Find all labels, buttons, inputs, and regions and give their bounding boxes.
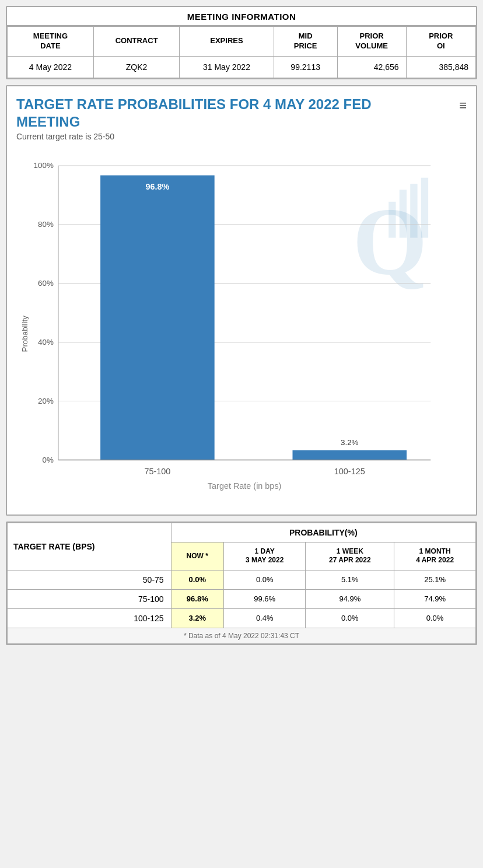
x-label-75-100: 75-100 (144, 467, 170, 476)
cell-meeting-date: 4 May 2022 (8, 56, 94, 78)
col-header-meeting-date: MEETINGDATE (8, 27, 94, 57)
y-tick-20: 20% (38, 396, 54, 405)
chart-title: TARGET RATE PROBABILITIES FOR 4 MAY 2022… (16, 96, 396, 131)
y-tick-60: 60% (38, 279, 54, 288)
y-tick-100: 100% (34, 161, 54, 170)
day1-50-75: 0.0% (223, 570, 306, 589)
meeting-info-title: MEETING INFORMATION (7, 7, 476, 26)
y-tick-80: 80% (38, 220, 54, 229)
svg-rect-2 (410, 184, 417, 238)
col-header-prior-oi: PRIOROI (406, 27, 476, 57)
now-100-125: 3.2% (171, 608, 223, 628)
chart-subtitle: Current target rate is 25-50 (16, 132, 467, 141)
now-75-100: 96.8% (171, 589, 223, 608)
cell-expires: 31 May 2022 (180, 56, 274, 78)
bar-label-100-125: 3.2% (341, 438, 359, 447)
bar-label-75-100: 96.8% (145, 182, 169, 191)
chart-section: TARGET RATE PROBABILITIES FOR 4 MAY 2022… (6, 85, 477, 516)
day1-75-100: 99.6% (223, 589, 306, 608)
bar-75-100 (100, 175, 215, 460)
rate-100-125: 100-125 (8, 608, 172, 628)
day1-100-125: 0.4% (223, 608, 306, 628)
col-header-contract: CONTRACT (93, 27, 179, 57)
prob-table-right-header: PROBABILITY(%) (171, 523, 475, 542)
cell-contract: ZQK2 (93, 56, 179, 78)
y-tick-0: 0% (42, 455, 53, 464)
prob-table: TARGET RATE (BPS) PROBABILITY(%) NOW * 1… (7, 523, 476, 644)
col-header-prior-volume: PRIORVOLUME (337, 27, 406, 57)
meeting-info-section: MEETING INFORMATION MEETINGDATE CONTRACT… (6, 6, 477, 79)
chart-area: Q Probability (16, 147, 467, 509)
prob-row-50-75: 50-75 0.0% 0.0% 5.1% 25.1% (8, 570, 476, 589)
col-header-expires: EXPIRES (180, 27, 274, 57)
chart-svg: Q Probability (16, 147, 467, 509)
cell-mid-price: 99.2113 (274, 56, 337, 78)
month1-50-75: 25.1% (394, 570, 476, 589)
y-tick-40: 40% (38, 338, 54, 346)
prob-table-section: TARGET RATE (BPS) PROBABILITY(%) NOW * 1… (6, 522, 477, 645)
rate-50-75: 50-75 (8, 570, 172, 589)
month1-100-125: 0.0% (394, 608, 476, 628)
week1-50-75: 5.1% (306, 570, 394, 589)
svg-rect-0 (388, 202, 396, 238)
week1-75-100: 94.9% (306, 589, 394, 608)
prob-table-left-header: TARGET RATE (BPS) (8, 523, 172, 570)
svg-rect-1 (400, 190, 407, 237)
chart-header: TARGET RATE PROBABILITIES FOR 4 MAY 2022… (16, 96, 467, 131)
month1-75-100: 74.9% (394, 589, 476, 608)
x-label-100-125: 100-125 (334, 467, 365, 476)
col-header-mid-price: MIDPRICE (274, 27, 337, 57)
col-sub-1week: 1 WEEK27 APR 2022 (306, 542, 394, 570)
menu-icon[interactable]: ≡ (459, 98, 467, 113)
meeting-table: MEETINGDATE CONTRACT EXPIRES MIDPRICE PR… (7, 26, 476, 78)
prob-table-footer-row: * Data as of 4 May 2022 02:31:43 CT (8, 628, 476, 643)
week1-100-125: 0.0% (306, 608, 394, 628)
col-sub-1month: 1 MONTH4 APR 2022 (394, 542, 476, 570)
rate-75-100: 75-100 (8, 589, 172, 608)
now-50-75: 0.0% (171, 570, 223, 589)
prob-row-75-100: 75-100 96.8% 99.6% 94.9% 74.9% (8, 589, 476, 608)
col-sub-1day: 1 DAY3 MAY 2022 (223, 542, 306, 570)
page-wrapper: MEETING INFORMATION MEETINGDATE CONTRACT… (6, 6, 477, 645)
bar-100-125 (292, 450, 407, 460)
cell-prior-oi: 385,848 (406, 56, 476, 78)
svg-rect-3 (421, 177, 428, 237)
y-axis-label: Probability (20, 316, 29, 352)
cell-prior-volume: 42,656 (337, 56, 406, 78)
x-axis-label: Target Rate (in bps) (208, 481, 282, 491)
prob-table-footnote: * Data as of 4 May 2022 02:31:43 CT (8, 628, 476, 643)
meeting-table-row: 4 May 2022 ZQK2 31 May 2022 99.2113 42,6… (8, 56, 476, 78)
col-sub-now: NOW * (171, 542, 223, 570)
prob-row-100-125: 100-125 3.2% 0.4% 0.0% 0.0% (8, 608, 476, 628)
